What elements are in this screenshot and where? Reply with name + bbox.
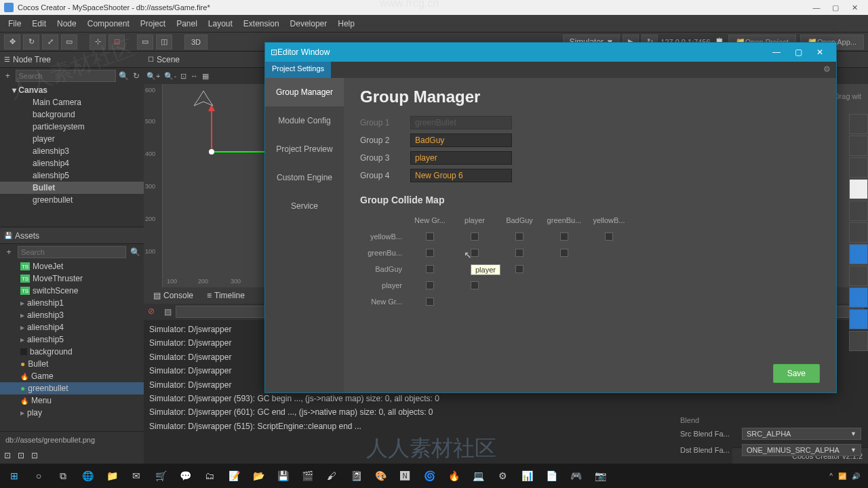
zoom-in-icon[interactable]: 🔍+ [146, 72, 160, 81]
asset-item[interactable]: ●greenbullet [0, 382, 144, 394]
asset-item[interactable]: ▸play [0, 407, 144, 419]
tree-item[interactable]: background [0, 108, 144, 121]
tree-item[interactable]: greenbullet [0, 194, 144, 206]
taskbar-app[interactable]: 📓 [344, 466, 368, 486]
taskbar-app[interactable]: 🎮 [564, 466, 587, 486]
editor-window-titlebar[interactable]: ⊡ Editor Window — ▢ ✕ [265, 43, 836, 62]
taskbar-app[interactable]: 🎬 [296, 466, 319, 486]
collide-checkbox[interactable] [426, 265, 434, 273]
side-tab[interactable] [849, 222, 868, 243]
tab-timeline[interactable]: ≡ Timeline [200, 289, 252, 302]
taskbar-app[interactable]: 🎨 [369, 466, 392, 486]
taskbar-app[interactable]: 🗂 [198, 466, 221, 486]
taskbar-app[interactable]: ⚙ [491, 466, 514, 486]
cortana-icon[interactable]: ○ [27, 466, 50, 486]
taskbar-app[interactable]: 🖌 [320, 466, 343, 486]
collide-checkbox[interactable] [560, 232, 568, 241]
collide-checkbox[interactable] [515, 232, 524, 241]
pivot-tool[interactable]: ▭ [137, 35, 153, 49]
side-tab[interactable] [849, 157, 868, 178]
menu-file[interactable]: File [3, 19, 26, 28]
group-input[interactable] [410, 169, 512, 182]
collide-checkbox[interactable] [471, 249, 479, 257]
align-tool[interactable]: ⊡ [108, 35, 125, 49]
sidebar-project-preview[interactable]: Project Preview [265, 135, 344, 163]
save-button[interactable]: Save [773, 364, 820, 383]
local-tool[interactable]: ◫ [156, 35, 172, 49]
collide-checkbox[interactable] [560, 249, 568, 257]
volume-icon[interactable]: 🔊 [852, 472, 860, 480]
side-tab[interactable] [849, 136, 868, 156]
asset-item[interactable]: ▸alienship4 [0, 321, 144, 333]
group-input[interactable] [410, 116, 512, 129]
dst-blend-select[interactable]: ONE_MINUS_SRC_ALPHA▼ [742, 444, 861, 456]
maximize-button[interactable]: ▢ [826, 3, 845, 12]
asset-item[interactable]: TSMoveJet [0, 260, 144, 272]
sidebar-group-manager[interactable]: Group Manager [265, 78, 344, 106]
start-button[interactable]: ⊞ [3, 466, 26, 486]
side-tab[interactable] [849, 266, 868, 286]
tree-item[interactable]: Main Camera [0, 96, 144, 108]
search-icon[interactable]: 🔍 [119, 71, 129, 81]
sidebar-module-config[interactable]: Module Config [265, 106, 344, 135]
tray-icon[interactable]: ^ [829, 472, 833, 480]
tree-item[interactable]: alienship4 [0, 157, 144, 169]
side-tab[interactable] [849, 331, 868, 351]
menu-developer[interactable]: Developer [285, 19, 333, 28]
ew-close-button[interactable]: ✕ [809, 47, 831, 57]
anchor-tool[interactable]: ⊹ [90, 35, 106, 49]
asset-item[interactable]: ▸alienship1 [0, 297, 144, 309]
side-tab[interactable] [849, 287, 868, 308]
taskbar-app[interactable]: 💾 [271, 466, 294, 486]
menu-node[interactable]: Node [52, 19, 82, 28]
close-button[interactable]: ✕ [845, 3, 864, 12]
collide-checkbox[interactable] [426, 249, 434, 257]
status-icon[interactable]: ⊡ [31, 451, 41, 460]
taskbar-app[interactable]: 📷 [589, 466, 612, 486]
settings-icon[interactable]: ⚙ [818, 62, 836, 78]
menu-panel[interactable]: Panel [171, 19, 203, 28]
taskbar-app[interactable]: 💬 [174, 466, 197, 486]
zoom-out-icon[interactable]: 🔍- [164, 72, 176, 81]
scale-tool[interactable]: ⤢ [42, 35, 58, 49]
ew-minimize-button[interactable]: — [766, 47, 787, 57]
search-icon[interactable]: 🔍 [129, 247, 141, 257]
taskbar-app[interactable]: 🌐 [76, 466, 99, 486]
tree-item[interactable]: alienship3 [0, 145, 144, 157]
add-asset-button[interactable]: + [3, 247, 15, 257]
tree-item[interactable]: alienship5 [0, 169, 144, 182]
taskbar-app[interactable]: 🅽 [393, 466, 416, 486]
add-node-button[interactable]: + [3, 71, 13, 81]
asset-item[interactable]: 🔥Game [0, 370, 144, 382]
tab-project-settings[interactable]: Project Settings [265, 62, 331, 78]
tree-item[interactable]: Bullet [0, 182, 144, 194]
collide-checkbox[interactable] [515, 249, 524, 257]
collide-checkbox[interactable] [426, 281, 434, 289]
menu-help[interactable]: Help [332, 19, 360, 28]
collide-checkbox[interactable] [426, 298, 434, 306]
menu-project[interactable]: Project [135, 19, 171, 28]
node-search-input[interactable] [16, 70, 116, 82]
taskbar-app[interactable]: 🔥 [442, 466, 465, 486]
taskbar-app[interactable]: 📁 [100, 466, 123, 486]
taskbar-app[interactable]: 📝 [222, 466, 245, 486]
group-input[interactable] [410, 151, 512, 165]
taskview-icon[interactable]: ⧉ [52, 466, 75, 486]
taskbar-app[interactable]: 📂 [247, 466, 270, 486]
group-input[interactable] [410, 134, 512, 147]
src-blend-select[interactable]: SRC_ALPHA▼ [742, 428, 861, 440]
grid-icon[interactable]: ▦ [202, 72, 209, 81]
taskbar-app[interactable]: 📄 [540, 466, 563, 486]
asset-item[interactable]: ●Bullet [0, 358, 144, 370]
menu-extension[interactable]: Extension [238, 19, 285, 28]
side-tab[interactable] [849, 201, 868, 221]
collide-checkbox[interactable] [515, 265, 524, 273]
collapse-icon[interactable]: ↻ [132, 71, 142, 81]
collide-checkbox[interactable] [605, 232, 613, 241]
taskbar-app[interactable]: 💻 [467, 466, 490, 486]
filter-icon[interactable]: ▤ [164, 307, 172, 317]
asset-item[interactable]: ▸alienship5 [0, 333, 144, 346]
ruler-icon[interactable]: ↔ [191, 72, 198, 80]
move-tool[interactable]: ✥ [4, 35, 20, 49]
fit-icon[interactable]: ⊡ [180, 72, 186, 81]
